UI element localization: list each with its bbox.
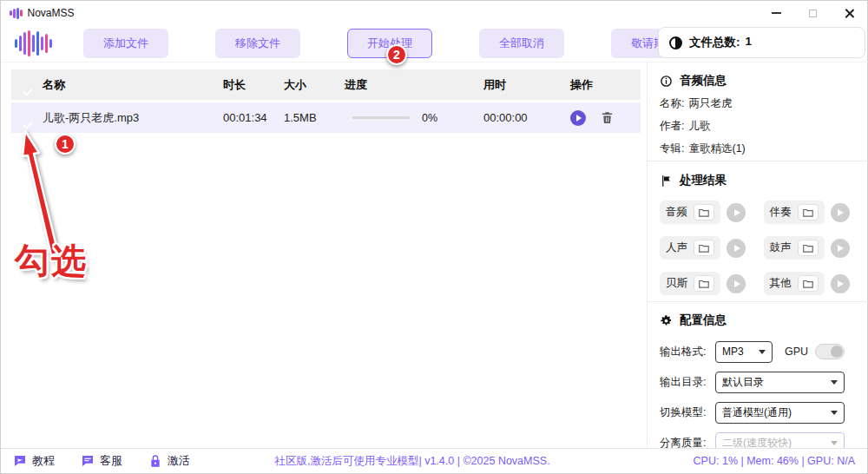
start-processing-button[interactable]: 开始处理 xyxy=(347,29,432,58)
gear-icon xyxy=(660,314,673,327)
open-folder-button[interactable] xyxy=(694,275,714,292)
lock-icon xyxy=(148,454,162,468)
result-label: 贝斯 xyxy=(666,276,687,291)
sidebar: 音频信息 名称: 两只老虎 作者: 儿歌 专辑: 童歌精选(1) 处理结果 xyxy=(648,62,868,451)
audio-info-section: 音频信息 名称: 两只老虎 作者: 儿歌 专辑: 童歌精选(1) xyxy=(660,73,860,156)
close-button[interactable] xyxy=(831,1,867,25)
window-controls xyxy=(758,1,867,25)
open-folder-button[interactable] xyxy=(694,204,714,221)
model-value: 普通模型(通用) xyxy=(722,405,792,420)
config-row-format: 输出格式: MP3 GPU xyxy=(660,340,845,363)
header-name: 名称 xyxy=(43,77,223,93)
table-header-row: 名称 时长 大小 进度 用时 操作 xyxy=(11,69,641,100)
output-dir-select[interactable]: 默认目录 xyxy=(715,372,845,393)
open-folder-button[interactable] xyxy=(798,275,819,292)
result-label: 音频 xyxy=(666,205,687,220)
open-folder-button[interactable] xyxy=(694,240,714,256)
open-folder-button[interactable] xyxy=(798,240,819,256)
titlebar: NovaMSS xyxy=(1,1,867,25)
folder-icon xyxy=(698,207,710,219)
row-elapsed: 00:00:00 xyxy=(483,111,570,124)
gpu-toggle[interactable] xyxy=(815,344,845,359)
close-icon xyxy=(845,9,854,18)
config-header: 配置信息 xyxy=(660,313,845,328)
audio-field-name: 名称: 两只老虎 xyxy=(660,96,860,111)
table-row: 儿歌-两只老虎.mp3 00:01:34 1.5MB 0% 00:00:00 xyxy=(11,102,641,133)
field-value: 童歌精选(1) xyxy=(688,142,745,156)
trash-icon xyxy=(600,110,615,125)
result-item-other: 其他 xyxy=(764,272,859,295)
field-label: 名称: xyxy=(660,96,684,111)
result-play-button[interactable] xyxy=(727,239,746,258)
result-item-bass: 贝斯 xyxy=(660,272,755,295)
row-play-button[interactable] xyxy=(570,110,586,126)
output-format-label: 输出格式: xyxy=(660,345,715,359)
result-play-button[interactable] xyxy=(727,274,746,293)
flag-icon xyxy=(660,174,673,188)
result-pill: 人声 xyxy=(660,236,720,260)
config-title: 配置信息 xyxy=(680,313,727,328)
toolbar-buttons: 添加文件 移除文件 开始处理 全部取消 敬请期待 xyxy=(83,29,696,58)
results-title: 处理结果 xyxy=(680,173,727,188)
audio-field-artist: 作者: 儿歌 xyxy=(660,119,860,134)
edition-version-text: 社区版,激活后可使用专业模型| v1.4.0 | ©2025 NovaMSS. xyxy=(274,454,549,469)
file-count-panel: 文件总数: 1 xyxy=(658,27,865,58)
model-select[interactable]: 普通模型(通用) xyxy=(715,402,845,424)
result-play-button[interactable] xyxy=(727,203,746,222)
result-pill: 音频 xyxy=(660,201,720,224)
folder-icon xyxy=(802,242,814,254)
statusbar: 教程 客服 激活 社区版,激活后可使用专业模型| v1.4.0 | ©2025 … xyxy=(1,448,867,473)
app-window: NovaMSS 添加文件 移除文件 开始处理 全部取消 敬请期待 文件总数: 1… xyxy=(0,0,868,474)
result-play-button[interactable] xyxy=(831,203,850,222)
result-item-drums: 鼓声 xyxy=(764,236,859,260)
maximize-icon xyxy=(809,10,817,17)
results-header: 处理结果 xyxy=(660,173,858,188)
gpu-label: GPU xyxy=(785,346,808,358)
output-format-select[interactable]: MP3 xyxy=(715,341,773,363)
activate-button[interactable]: 激活 xyxy=(148,453,190,469)
result-pill: 鼓声 xyxy=(764,236,825,260)
app-icon xyxy=(10,7,23,19)
folder-icon xyxy=(802,207,814,219)
cancel-all-button[interactable]: 全部取消 xyxy=(479,29,564,58)
result-play-button[interactable] xyxy=(831,239,850,258)
maximize-button[interactable] xyxy=(794,1,831,25)
chevron-down-icon xyxy=(831,411,838,415)
remove-files-button[interactable]: 移除文件 xyxy=(215,29,300,58)
output-format-value: MP3 xyxy=(722,346,744,358)
audio-info-header: 音频信息 xyxy=(660,73,860,89)
result-label: 鼓声 xyxy=(770,240,792,255)
tutorial-button[interactable]: 教程 xyxy=(13,453,55,469)
header-progress: 进度 xyxy=(345,77,483,93)
chevron-down-icon xyxy=(831,380,838,385)
output-dir-label: 输出目录: xyxy=(660,375,715,390)
add-files-button[interactable]: 添加文件 xyxy=(83,29,168,58)
message-icon xyxy=(81,454,95,468)
result-item-accompaniment: 伴奏 xyxy=(764,201,859,224)
row-delete-button[interactable] xyxy=(600,110,615,125)
folder-icon xyxy=(698,242,710,254)
file-count-value: 1 xyxy=(746,35,753,50)
chevron-down-icon xyxy=(831,441,838,445)
header-duration: 时长 xyxy=(223,77,284,93)
folder-icon xyxy=(698,278,710,290)
support-label: 客服 xyxy=(100,453,122,469)
support-button[interactable]: 客服 xyxy=(81,453,122,469)
waveform-logo-icon xyxy=(15,29,52,58)
results-section: 处理结果 音频 伴奏 xyxy=(660,173,858,295)
system-metrics-text: CPU: 1% | Mem: 46% | GPU: N/A xyxy=(694,455,855,467)
minimize-button[interactable] xyxy=(758,1,794,25)
result-item-audio: 音频 xyxy=(660,201,755,224)
progress-bar xyxy=(352,116,410,119)
audio-field-album: 专辑: 童歌精选(1) xyxy=(660,142,860,156)
results-grid: 音频 伴奏 人声 xyxy=(660,201,858,295)
titlebar-left: NovaMSS xyxy=(10,7,75,19)
chevron-down-icon xyxy=(759,350,766,354)
config-section: 配置信息 输出格式: MP3 GPU 输出目录: 默认目录 xyxy=(660,313,845,462)
divider xyxy=(648,161,868,161)
output-dir-value: 默认目录 xyxy=(722,375,764,390)
result-play-button[interactable] xyxy=(831,274,850,293)
result-item-vocals: 人声 xyxy=(660,236,755,260)
open-folder-button[interactable] xyxy=(798,204,819,221)
field-label: 专辑: xyxy=(660,142,684,156)
